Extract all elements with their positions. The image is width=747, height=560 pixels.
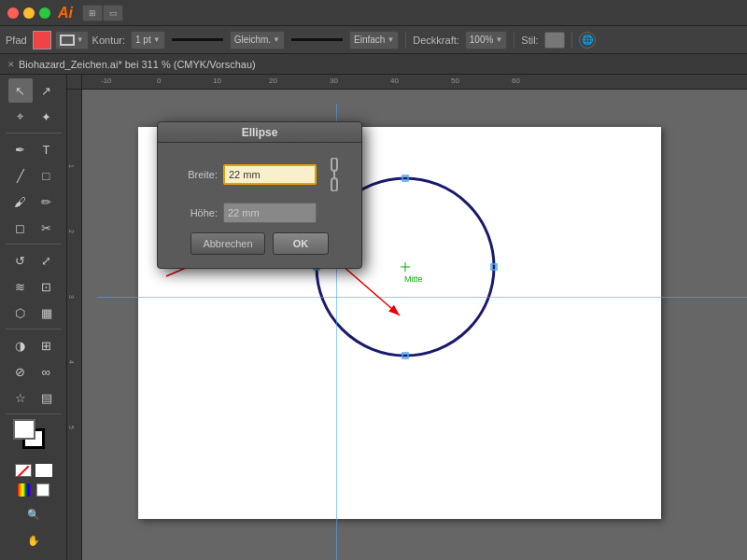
pen-tool[interactable]: ✒	[8, 137, 33, 161]
white-stroke-box[interactable]	[35, 464, 52, 477]
hand-tool[interactable]: ✋	[21, 528, 46, 553]
tool-row-12: ☆ ▤	[8, 385, 59, 410]
ruler-h-label-7: 50	[451, 77, 459, 85]
stroke-dropdown[interactable]: ▼	[55, 31, 89, 49]
dialog-buttons: Abbrechen OK	[173, 232, 346, 255]
eyedropper-tool[interactable]: ⊘	[8, 359, 33, 384]
direct-select-tool[interactable]: ↗	[35, 78, 59, 103]
ruler-corner	[67, 75, 82, 90]
scissors-tool[interactable]: ✂	[35, 216, 59, 240]
grid-icon[interactable]: ⊞	[82, 5, 103, 21]
kontur-label: Kontur:	[92, 35, 125, 46]
gradient-tool[interactable]: ◑	[8, 333, 33, 357]
stroke-line-preview2	[291, 38, 343, 41]
chain-link-icon[interactable]	[326, 156, 343, 193]
chart-tool[interactable]: ▦	[35, 301, 59, 325]
column-graph-tool[interactable]: ▤	[35, 385, 59, 410]
type-tool[interactable]: T	[35, 137, 59, 161]
scale-tool[interactable]: ⤢	[35, 248, 59, 273]
breite-input[interactable]: 22 mm	[223, 164, 317, 185]
ruler-h-label-2: 0	[157, 77, 161, 85]
ruler-h-label-8: 60	[512, 77, 520, 85]
color-mode-row	[15, 464, 52, 477]
tool-row-7: ↺ ⤢	[8, 248, 59, 273]
left-toolbar: ↖ ↗ ⌖ ✦ ✒ T ╱ □ 🖌 ✏ ◻ ✂ ↺ ⤢ ≋	[0, 75, 67, 560]
titlebar: Ai ⊞ ▭	[0, 0, 747, 26]
zoom-tool[interactable]: 🔍	[21, 502, 46, 526]
toolbar-separator	[405, 32, 406, 49]
paintbrush-tool[interactable]: 🖌	[8, 189, 33, 214]
pencil-tool[interactable]: ✏	[35, 189, 59, 214]
deckkraft-label: Deckkraft:	[413, 35, 459, 46]
chain-svg	[327, 158, 342, 191]
einfach-label: Einfach	[354, 35, 385, 45]
tool-row-3: ✒ T	[8, 137, 59, 161]
window-icon[interactable]: ▭	[103, 5, 123, 21]
magic-wand-tool[interactable]: ✦	[35, 105, 59, 129]
symbol-tool[interactable]: ☆	[8, 385, 33, 410]
breite-value: 22 mm	[229, 169, 261, 180]
einfach-arrow: ▼	[387, 35, 394, 44]
deckkraft-arrow: ▼	[495, 35, 502, 44]
horizontal-ruler: -10 0 10 20 30 40 50 60	[67, 75, 747, 90]
rect-tool[interactable]: □	[35, 163, 59, 188]
traffic-lights	[7, 7, 50, 19]
dialog-title: Ellipse	[242, 126, 278, 139]
hoehe-value: 22 mm	[228, 207, 260, 218]
gleichm-dropdown[interactable]: Gleichm. ▼	[230, 31, 285, 49]
kontur-value-dropdown[interactable]: 1 pt ▼	[131, 31, 165, 49]
tabbar: ✕ Biohazard_Zeichen.ai* bei 311 % (CMYK/…	[0, 54, 747, 75]
rotate-tool[interactable]: ↺	[8, 248, 33, 273]
color-area	[13, 419, 54, 500]
hoehe-input[interactable]: 22 mm	[223, 203, 317, 223]
tab-close-button[interactable]: ✕	[7, 60, 15, 69]
ruler-v-label-2: 2	[68, 230, 75, 233]
ruler-h-label-3: 10	[213, 77, 221, 85]
dialog-body: Breite: 22 mm Höhe: 22 mm Abbrechen	[158, 143, 361, 268]
stroke-dropdown-arrow: ▼	[77, 35, 84, 44]
fill-color-box[interactable]	[13, 419, 35, 440]
stil-label: Stil:	[521, 35, 538, 46]
tool-separator-1	[6, 133, 62, 133]
style-swatch[interactable]	[544, 32, 565, 49]
maximize-button[interactable]	[39, 7, 50, 19]
select-tool[interactable]: ↖	[8, 78, 33, 103]
cancel-button[interactable]: Abbrechen	[190, 232, 265, 255]
ruler-v-label-5: 5	[68, 426, 75, 429]
dialog-titlebar: Ellipse	[158, 122, 361, 143]
mitte-label: Mitte	[404, 274, 423, 284]
tool-row-9: ⬡ ▦	[8, 301, 59, 325]
shape-builder-tool[interactable]: ⬡	[8, 301, 33, 325]
stroke-line-preview	[172, 38, 223, 41]
einfach-dropdown[interactable]: Einfach ▼	[349, 31, 399, 49]
ok-button[interactable]: OK	[273, 232, 329, 255]
mesh-tool[interactable]: ⊞	[35, 333, 59, 357]
tool-row-4: ╱ □	[8, 163, 59, 188]
toolbar: Pfad ▼ Kontur: 1 pt ▼ Gleichm. ▼ Einfach…	[0, 26, 747, 54]
blend-tool[interactable]: ∞	[35, 359, 59, 384]
ai-logo: Ai	[58, 5, 73, 21]
deckkraft-dropdown[interactable]: 100% ▼	[465, 31, 508, 49]
tool-row-2: ⌖ ✦	[8, 105, 59, 129]
minimize-button[interactable]	[23, 7, 35, 19]
color-mode-buttons	[18, 483, 49, 497]
fill-color-swatch[interactable]	[33, 31, 51, 49]
dialog-breite-row: Breite: 22 mm	[173, 156, 346, 193]
no-color-box[interactable]	[15, 464, 32, 477]
warp-tool[interactable]: ≋	[8, 274, 33, 299]
free-transform-tool[interactable]: ⊡	[35, 274, 59, 299]
tab-title: Biohazard_Zeichen.ai* bei 311 % (CMYK/Vo…	[19, 59, 256, 70]
lasso-tool[interactable]: ⌖	[8, 105, 33, 129]
pfad-label: Pfad	[6, 35, 27, 46]
ok-label: OK	[293, 238, 309, 249]
fill-stroke-selector[interactable]	[13, 419, 54, 458]
none-swatch[interactable]	[36, 483, 49, 497]
gleichm-label: Gleichm.	[234, 35, 271, 45]
tool-row-11: ⊘ ∞	[8, 359, 59, 384]
line-tool[interactable]: ╱	[8, 163, 33, 188]
gradient-swatch[interactable]	[18, 483, 31, 497]
ruler-h-label-1: -10	[101, 77, 112, 85]
eraser-tool[interactable]: ◻	[8, 216, 33, 240]
globe-icon[interactable]: 🌐	[579, 32, 596, 49]
close-button[interactable]	[7, 7, 19, 19]
